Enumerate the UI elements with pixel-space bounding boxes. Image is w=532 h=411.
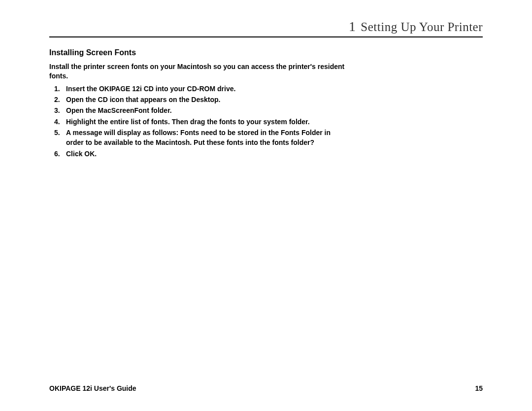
steps-list: 1. Insert the OKIPAGE 12i CD into your C… bbox=[49, 84, 345, 159]
step-number: 4. bbox=[54, 117, 60, 127]
footer-left: OKIPAGE 12i User's Guide bbox=[49, 384, 136, 392]
step-item: 3. Open the MacScreenFont folder. bbox=[66, 105, 345, 115]
chapter-number: 1 bbox=[349, 19, 356, 34]
step-item: 1. Insert the OKIPAGE 12i CD into your C… bbox=[66, 84, 345, 94]
step-item: 6. Click OK. bbox=[66, 149, 345, 159]
chapter-header: 1 Setting Up Your Printer bbox=[49, 19, 483, 37]
step-text: Click OK. bbox=[66, 150, 97, 158]
step-item: 5. A message will display as follows: Fo… bbox=[66, 128, 345, 148]
step-text: Highlight the entire list of fonts. Then… bbox=[66, 118, 310, 126]
step-number: 3. bbox=[54, 105, 60, 115]
footer-model: 12i bbox=[82, 384, 92, 392]
section-intro: Install the printer screen fonts on your… bbox=[49, 62, 350, 81]
page-number: 15 bbox=[475, 384, 483, 392]
step-text: Open the MacScreenFont folder. bbox=[66, 106, 172, 114]
footer-product: OKIPAGE bbox=[49, 384, 81, 392]
page-content: 1 Setting Up Your Printer Installing Scr… bbox=[0, 0, 532, 159]
step-number: 2. bbox=[54, 95, 60, 104]
step-item: 2. Open the CD icon that appears on the … bbox=[66, 95, 345, 104]
step-text: A message will display as follows: Fonts… bbox=[66, 129, 331, 146]
step-item: 4. Highlight the entire list of fonts. T… bbox=[66, 117, 345, 127]
section-heading: Installing Screen Fonts bbox=[49, 48, 483, 57]
step-number: 6. bbox=[54, 149, 60, 159]
step-text: Open the CD icon that appears on the Des… bbox=[66, 96, 220, 103]
page-footer: OKIPAGE 12i User's Guide 15 bbox=[49, 384, 483, 392]
step-number: 5. bbox=[54, 128, 60, 137]
chapter-title: Setting Up Your Printer bbox=[361, 20, 483, 34]
footer-guide: User's Guide bbox=[94, 384, 136, 392]
step-number: 1. bbox=[54, 84, 60, 94]
step-text: Insert the OKIPAGE 12i CD into your CD-R… bbox=[66, 85, 235, 93]
